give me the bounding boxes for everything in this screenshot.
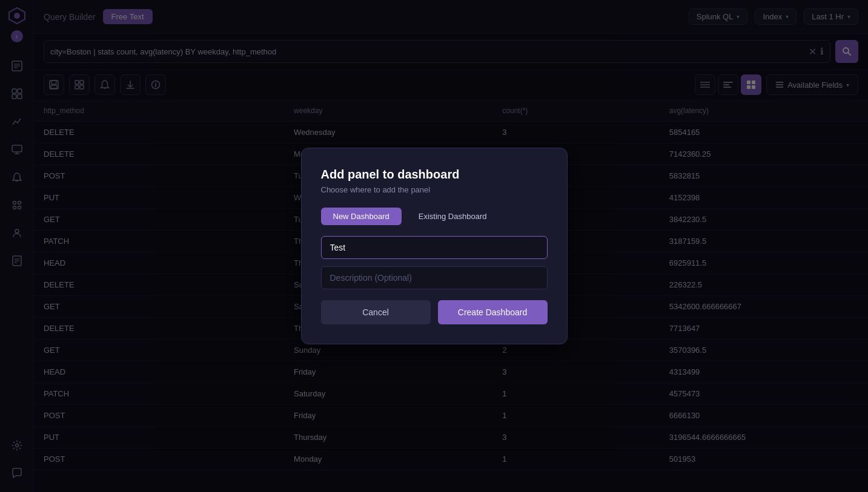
new-dashboard-tab[interactable]: New Dashboard [321,208,402,225]
existing-dashboard-tab[interactable]: Existing Dashboard [406,208,499,225]
modal-subtitle: Choose where to add the panel [321,185,548,194]
modal-title: Add panel to dashboard [321,168,548,182]
create-dashboard-button[interactable]: Create Dashboard [438,300,548,324]
modal-overlay: Add panel to dashboard Choose where to a… [0,0,868,492]
modal-actions: Cancel Create Dashboard [321,300,548,324]
modal-tabs: New Dashboard Existing Dashboard [321,208,548,225]
add-panel-modal: Add panel to dashboard Choose where to a… [301,148,568,344]
dashboard-name-input[interactable] [321,236,548,259]
dashboard-description-input[interactable] [321,266,548,289]
cancel-button[interactable]: Cancel [321,300,431,324]
